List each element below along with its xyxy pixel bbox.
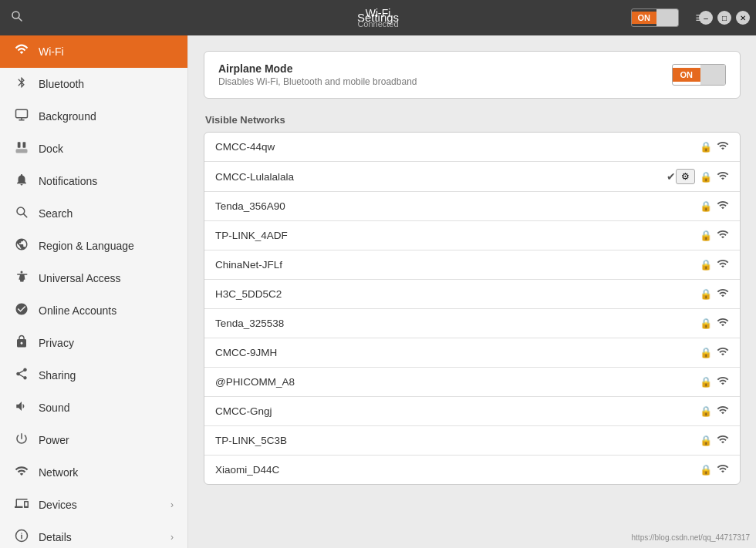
network-row[interactable]: ChinaNet-JFLf 🔒: [204, 250, 740, 280]
network-row[interactable]: Tenda_325538 🔒: [204, 309, 740, 338]
toggle-off-area: [656, 9, 678, 26]
network-row[interactable]: CMCC-Gngj 🔒: [204, 397, 740, 426]
svg-rect-2: [16, 109, 28, 118]
search-sidebar-icon: [14, 205, 29, 222]
network-name: CMCC-Lulalalala: [215, 171, 662, 183]
network-actions: 🔒: [700, 433, 729, 448]
network-row[interactable]: CMCC-Lulalalala ✔ ⚙ 🔒: [204, 162, 740, 192]
privacy-icon: [14, 335, 29, 351]
network-row[interactable]: CMCC-9JMH 🔒: [204, 338, 740, 368]
sidebar-item-universal[interactable]: Universal Access: [0, 262, 187, 294]
network-row[interactable]: Xiaomi_D44C 🔒: [204, 456, 740, 484]
sidebar-item-bluetooth-label: Bluetooth: [39, 78, 174, 90]
network-actions: 🔒: [700, 345, 729, 360]
sidebar-item-details-label: Details: [39, 531, 161, 543]
airplane-toggle-off: [700, 65, 725, 85]
lock-icon: 🔒: [700, 259, 712, 271]
lock-icon: 🔒: [700, 230, 712, 241]
wifi-signal-icon: [717, 228, 729, 243]
minimize-button[interactable]: –: [699, 11, 713, 25]
svg-point-0: [12, 12, 19, 18]
devices-icon: [14, 496, 29, 513]
airplane-toggle-on: ON: [673, 68, 701, 82]
network-actions: 🔒: [700, 287, 729, 301]
lock-icon: 🔒: [700, 141, 712, 153]
airplane-mode-row: Airplane Mode Disables Wi-Fi, Bluetooth …: [204, 52, 740, 98]
wifi-signal-icon: [717, 199, 729, 213]
network-row[interactable]: TP-LINK_4ADF 🔒: [204, 221, 740, 250]
section-title: Wi-Fi: [357, 7, 398, 19]
sidebar-item-dock-label: Dock: [39, 143, 174, 155]
details-icon: [14, 529, 29, 546]
background-icon: [14, 108, 29, 125]
network-row[interactable]: Tenda_356A90 🔒: [204, 192, 740, 221]
network-actions: 🔒: [700, 462, 729, 477]
sidebar-item-sound[interactable]: Sound: [0, 392, 187, 424]
sidebar-item-power[interactable]: Power: [0, 424, 187, 456]
sidebar-item-sharing[interactable]: Sharing: [0, 359, 187, 392]
sidebar-item-details[interactable]: Details ›: [0, 521, 187, 548]
airplane-mode-subtitle: Disables Wi-Fi, Bluetooth and mobile bro…: [218, 76, 672, 87]
network-name: H3C_5DD5C2: [215, 288, 700, 300]
network-row[interactable]: CMCC-44qw 🔒: [204, 133, 740, 162]
sidebar-item-wifi-label: Wi-Fi: [39, 45, 174, 58]
wifi-signal-icon: [717, 316, 729, 331]
region-icon: [14, 237, 29, 254]
close-button[interactable]: ✕: [736, 11, 750, 25]
sidebar-item-online[interactable]: Online Accounts: [0, 294, 187, 327]
content-area: Airplane Mode Disables Wi-Fi, Bluetooth …: [188, 35, 756, 548]
sidebar-item-search[interactable]: Search: [0, 197, 187, 230]
search-icon[interactable]: [0, 10, 34, 25]
titlebar: Settings Wi-Fi Connected ON ≡ – □ ✕: [0, 0, 756, 35]
window-controls: – □ ✕: [699, 11, 750, 25]
sidebar-item-sharing-label: Sharing: [39, 369, 174, 382]
main-layout: Wi-Fi Bluetooth Background Dock: [0, 35, 756, 548]
universal-icon: [14, 270, 29, 287]
sidebar-item-wifi[interactable]: Wi-Fi: [0, 35, 187, 68]
network-name: Xiaomi_D44C: [215, 464, 700, 476]
dock-icon: [14, 140, 29, 157]
network-settings-button[interactable]: ⚙: [676, 169, 695, 184]
lock-icon: 🔒: [700, 318, 712, 329]
watermark: https://blog.csdn.net/qq_44717317: [632, 533, 750, 542]
sidebar-item-region[interactable]: Region & Language: [0, 230, 187, 262]
devices-arrow-icon: ›: [170, 499, 174, 510]
sidebar-item-privacy[interactable]: Privacy: [0, 327, 187, 359]
lock-icon: 🔒: [700, 200, 712, 212]
network-row[interactable]: H3C_5DD5C2 🔒: [204, 280, 740, 309]
sharing-icon: [14, 367, 29, 384]
wifi-toggle-area[interactable]: ON: [631, 8, 680, 27]
details-arrow-icon: ›: [170, 532, 174, 543]
section-subtitle: Connected: [357, 19, 398, 29]
sidebar-item-search-label: Search: [39, 207, 174, 220]
network-row[interactable]: @PHICOMM_A8 🔒: [204, 368, 740, 397]
sidebar-item-online-label: Online Accounts: [39, 304, 174, 317]
sidebar-item-sound-label: Sound: [39, 402, 174, 414]
sidebar-item-dock[interactable]: Dock: [0, 133, 187, 165]
airplane-mode-card: Airplane Mode Disables Wi-Fi, Bluetooth …: [204, 51, 741, 99]
connected-checkmark: ✔: [667, 170, 676, 183]
lock-icon: 🔒: [700, 376, 712, 388]
airplane-mode-toggle[interactable]: ON: [672, 64, 727, 86]
maximize-button[interactable]: □: [717, 11, 731, 25]
sidebar-item-bluetooth[interactable]: Bluetooth: [0, 68, 187, 100]
wifi-toggle-button[interactable]: ON: [631, 8, 680, 27]
sidebar-item-notifications[interactable]: Notifications: [0, 165, 187, 197]
network-name: TP-LINK_4ADF: [215, 230, 700, 241]
network-name: Tenda_356A90: [215, 200, 700, 212]
network-actions: 🔒: [700, 140, 729, 154]
network-actions: 🔒: [700, 316, 729, 331]
network-actions: ⚙ 🔒: [676, 169, 729, 184]
sidebar-item-privacy-label: Privacy: [39, 337, 174, 349]
sidebar: Wi-Fi Bluetooth Background Dock: [0, 35, 188, 548]
sidebar-item-background[interactable]: Background: [0, 100, 187, 133]
network-icon: [14, 464, 29, 481]
sidebar-item-devices[interactable]: Devices ›: [0, 489, 187, 521]
sidebar-item-network[interactable]: Network: [0, 456, 187, 489]
wifi-signal-icon: [717, 433, 729, 448]
network-name: @PHICOMM_A8: [215, 376, 700, 388]
network-name: CMCC-9JMH: [215, 347, 700, 358]
network-row[interactable]: TP-LINK_5C3B 🔒: [204, 426, 740, 456]
lock-icon: 🔒: [700, 347, 712, 358]
wifi-icon: [14, 43, 29, 60]
